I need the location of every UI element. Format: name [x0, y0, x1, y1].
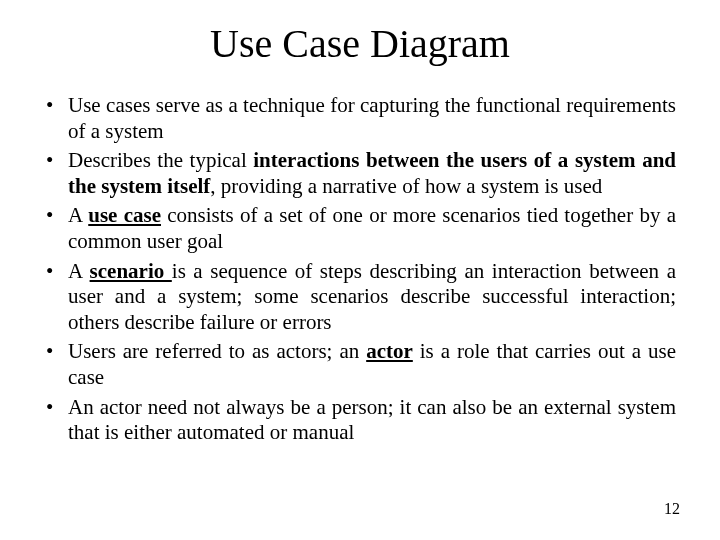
bullet-item: Users are referred to as actors; an acto… [44, 339, 676, 390]
bullet-item: A use case consists of a set of one or m… [44, 203, 676, 254]
bullet-item: An actor need not always be a person; it… [44, 395, 676, 446]
bullet-text: A [68, 259, 90, 283]
bullet-text: , providing a narrative of how a system … [210, 174, 602, 198]
bullet-text: A [68, 203, 88, 227]
bullet-text: Describes the typical [68, 148, 253, 172]
bullet-text-bold-underline: actor [366, 339, 413, 363]
page-number: 12 [664, 500, 680, 518]
slide: Use Case Diagram Use cases serve as a te… [0, 0, 720, 540]
bullet-text-bold-underline: scenario [90, 259, 172, 283]
bullet-text: Users are referred to as actors; an [68, 339, 366, 363]
bullet-item: Use cases serve as a technique for captu… [44, 93, 676, 144]
bullet-item: A scenario is a sequence of steps descri… [44, 259, 676, 336]
bullet-list: Use cases serve as a technique for captu… [38, 93, 682, 446]
bullet-item: Describes the typical interactions betwe… [44, 148, 676, 199]
bullet-text: Use cases serve as a technique for captu… [68, 93, 676, 143]
bullet-text: An actor need not always be a person; it… [68, 395, 676, 445]
slide-title: Use Case Diagram [38, 20, 682, 67]
bullet-text-bold-underline: use case [88, 203, 161, 227]
